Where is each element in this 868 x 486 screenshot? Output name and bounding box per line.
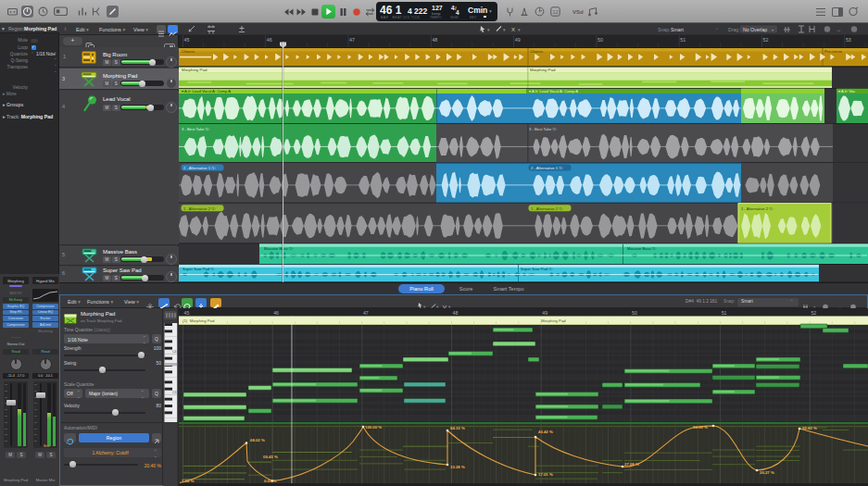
svg-text:53: 53 bbox=[846, 37, 851, 43]
svg-text:51: 51 bbox=[722, 310, 727, 316]
svg-text:Snap:: Snap: bbox=[658, 27, 671, 32]
svg-text:3 - Best Take ⓘ: 3 - Best Take ⓘ bbox=[182, 127, 210, 131]
svg-text:90.99 %: 90.99 % bbox=[693, 425, 708, 430]
svg-text:Massive Bass ⓘ: Massive Bass ⓘ bbox=[627, 246, 657, 251]
svg-text:Chorus: Chorus bbox=[182, 49, 195, 54]
svg-text:48: 48 bbox=[453, 310, 459, 316]
svg-text:Morphing Pad: Morphing Pad bbox=[541, 318, 566, 323]
svg-text:27.08 %: 27.08 % bbox=[624, 462, 639, 467]
svg-text:51: 51 bbox=[680, 37, 686, 43]
svg-text:17.01 %: 17.01 % bbox=[538, 472, 553, 477]
svg-text:2 - Alternative 1 ⓘ: 2 - Alternative 1 ⓘ bbox=[531, 166, 563, 170]
svg-text:2 - Alternative 1 ⓘ: 2 - Alternative 1 ⓘ bbox=[183, 166, 216, 170]
svg-text:84.33 %: 84.33 % bbox=[450, 426, 465, 430]
svg-text:1 - Alternative 2 ⓘ: 1 - Alternative 2 ⓘ bbox=[183, 206, 216, 211]
svg-text:50: 50 bbox=[598, 37, 603, 43]
svg-text:0.05 %: 0.05 % bbox=[264, 479, 277, 483]
svg-text:1 - Alternative 2 ⓘ: 1 - Alternative 2 ⓘ bbox=[531, 206, 563, 211]
svg-text:47: 47 bbox=[349, 37, 355, 43]
svg-text:100.00 %: 100.00 % bbox=[365, 425, 382, 430]
svg-text:43.42 %: 43.42 % bbox=[538, 430, 553, 434]
svg-text:↔: ↔ bbox=[837, 27, 841, 32]
svg-text:▾ A ⊳ Lead Vocal A: Comp A: ▾ A ⊳ Lead Vocal A: Comp A bbox=[182, 89, 231, 93]
svg-text:Morphing Pad: Morphing Pad bbox=[182, 68, 208, 72]
svg-text:46: 46 bbox=[273, 310, 279, 316]
svg-text:46: 46 bbox=[267, 37, 272, 43]
svg-text:Super Saw Pad ⓘ: Super Saw Pad ⓘ bbox=[182, 267, 215, 271]
svg-text:12: 12 bbox=[552, 9, 558, 15]
svg-text:▾: ▾ bbox=[772, 28, 774, 32]
svg-text:45: 45 bbox=[184, 310, 190, 316]
svg-text:No Overlap: No Overlap bbox=[743, 27, 767, 32]
svg-text:Pre-verse: Pre-verse bbox=[824, 49, 843, 54]
svg-text:50: 50 bbox=[632, 310, 637, 316]
svg-text:48: 48 bbox=[432, 37, 437, 43]
svg-text:45: 45 bbox=[184, 37, 190, 43]
svg-text:49: 49 bbox=[542, 310, 547, 316]
svg-text:Smart: Smart bbox=[671, 27, 684, 32]
svg-text:Χ: Χ bbox=[511, 27, 515, 32]
svg-text:Super Saw Pad ⓘ: Super Saw Pad ⓘ bbox=[521, 267, 553, 271]
svg-text:Morphing Pad: Morphing Pad bbox=[530, 68, 556, 72]
svg-text:1 - Alternative 2 ⓘ: 1 - Alternative 2 ⓘ bbox=[741, 206, 774, 211]
svg-text:68.02 %: 68.02 % bbox=[250, 438, 265, 442]
svg-text:47: 47 bbox=[363, 310, 369, 316]
svg-text:C3: C3 bbox=[172, 391, 177, 394]
svg-text:26.27 %: 26.27 % bbox=[760, 470, 774, 475]
svg-text:C4: C4 bbox=[172, 350, 177, 354]
svg-text:▾ A ⊳ Voc: ▾ A ⊳ Voc bbox=[838, 89, 855, 93]
svg-text:52: 52 bbox=[811, 310, 816, 316]
svg-text:Massive Bass ⓘ: Massive Bass ⓘ bbox=[264, 246, 294, 251]
svg-text:3 - Best Take ⓘ: 3 - Best Take ⓘ bbox=[529, 127, 558, 131]
svg-text:52: 52 bbox=[763, 37, 769, 43]
svg-text:Chorus: Chorus bbox=[530, 49, 544, 54]
svg-text:7.06 %: 7.06 % bbox=[182, 479, 195, 483]
svg-text:▾ A ⊳ Lead Vocal A: Comp A: ▾ A ⊳ Lead Vocal A: Comp A bbox=[529, 89, 578, 93]
svg-text:Drag:: Drag: bbox=[728, 27, 740, 32]
svg-text:⌃: ⌃ bbox=[715, 28, 719, 32]
svg-text:95.83 %: 95.83 % bbox=[802, 426, 817, 430]
svg-text:49: 49 bbox=[515, 37, 521, 43]
svg-text:33.28 %: 33.28 % bbox=[450, 465, 465, 469]
svg-text:(1) Morphing Pad: (1) Morphing Pad bbox=[182, 318, 215, 323]
svg-text:09.43 %: 09.43 % bbox=[263, 455, 278, 459]
